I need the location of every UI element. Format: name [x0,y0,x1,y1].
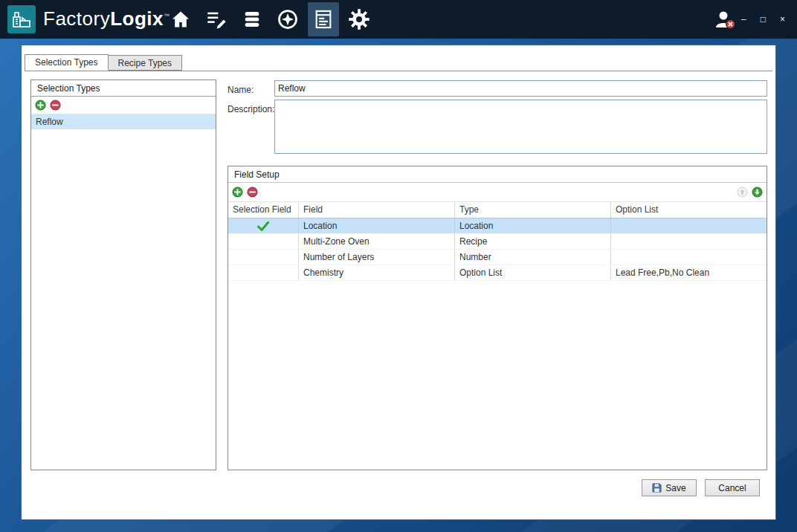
table-row[interactable]: Number of Layers Number [228,250,767,265]
option-list-cell: Lead Free,Pb,No Clean [611,265,767,280]
titlebar: FactoryLogix™ [0,0,797,39]
window-controls: – □ × [740,0,787,39]
field-table-header: Selection Field Field Type Option List [228,202,767,218]
field-setup-toolbar [228,183,767,202]
save-button[interactable]: Save [642,479,697,496]
option-list-cell [611,234,767,249]
close-button[interactable]: × [778,13,787,25]
selection-field-cell [228,250,299,265]
name-label: Name: [228,85,254,95]
field-cell: Number of Layers [299,250,455,265]
column-type: Type [455,202,611,218]
cancel-button-label: Cancel [718,483,746,493]
selection-types-toolbar [31,97,216,114]
nav-compass-icon[interactable] [272,2,303,36]
list-item-reflow[interactable]: Reflow [31,114,216,129]
type-cell: Location [455,218,611,233]
add-field-button[interactable] [232,186,243,198]
field-cell: Location [299,218,455,233]
main-panel: Selection Types Recipe Types Selection T… [21,45,776,520]
cancel-button[interactable]: Cancel [705,479,760,496]
add-selection-type-button[interactable] [35,100,46,111]
field-setup-title: Field Setup [228,166,767,183]
nav-edit-list-icon[interactable] [201,2,232,36]
table-row[interactable]: Location Location [228,218,767,234]
description-input[interactable] [274,100,767,154]
field-cell: Multi-Zone Oven [299,234,455,249]
remove-field-button[interactable] [247,186,258,198]
option-list-cell [611,218,767,233]
type-cell: Number [455,250,611,265]
selection-types-list-header: Selection Types [31,80,216,97]
table-row[interactable]: Chemistry Option List Lead Free,Pb,No Cl… [228,265,767,281]
selection-field-cell [228,234,299,249]
nav-settings-gear-icon[interactable] [343,2,375,36]
option-list-cell [611,250,767,265]
tab-strip: Selection Types Recipe Types [25,54,181,71]
column-option-list: Option List [611,202,767,218]
nav-form-icon[interactable] [308,2,339,36]
desktop-background: FactoryLogix™ [0,0,797,532]
app-title: FactoryLogix™ [43,7,170,30]
save-icon [652,483,662,493]
table-row[interactable]: Multi-Zone Oven Recipe [228,234,767,250]
type-cell: Recipe [455,234,611,249]
maximize-button[interactable]: □ [759,13,767,25]
nav-home-icon[interactable] [165,2,196,36]
nav-stack-icon[interactable] [236,2,268,36]
main-navigation [165,2,375,36]
field-cell: Chemistry [299,265,455,280]
type-cell: Option List [455,265,611,280]
tab-recipe-types[interactable]: Recipe Types [108,55,183,71]
name-input[interactable] [274,80,767,97]
column-selection-field: Selection Field [228,202,299,218]
selection-types-list-panel: Selection Types Reflow [30,80,216,470]
user-logout-icon[interactable] [714,9,736,32]
description-label: Description: [228,104,274,114]
factorylogix-logo-icon [7,5,36,33]
selection-field-check-icon [228,218,299,233]
minimize-button[interactable]: – [740,13,748,25]
column-field: Field [299,202,455,218]
save-button-label: Save [665,483,685,493]
selection-field-cell [228,265,299,280]
tab-selection-types[interactable]: Selection Types [25,54,109,71]
field-setup-group: Field Setup Selection Field Field [228,166,767,470]
remove-selection-type-button[interactable] [50,100,61,111]
move-field-down-button[interactable] [752,186,763,198]
move-field-up-button[interactable] [737,186,748,198]
